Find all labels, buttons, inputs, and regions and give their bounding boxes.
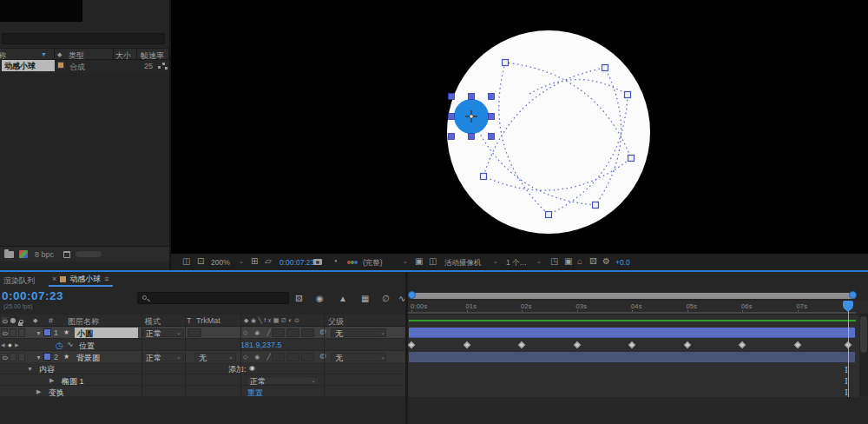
layer-name-edit-field[interactable]: 小圆 <box>75 328 138 338</box>
view-layout-select[interactable]: 1 个… <box>506 258 527 268</box>
preserve-transparency-box[interactable] <box>187 328 201 337</box>
property-row-position[interactable]: ◀ ◆ ▶ ◷ ∿ 位置 181.9,237.5 <box>0 339 405 351</box>
navigator-handle-left[interactable] <box>408 291 416 299</box>
audio-toggle[interactable] <box>10 353 16 361</box>
switch-cell[interactable] <box>286 328 299 337</box>
switch-cell[interactable] <box>301 328 314 337</box>
trkmat-chevron-icon[interactable]: ⌄ <box>228 354 233 361</box>
switch-cell[interactable] <box>272 328 285 337</box>
navigator-handle-right[interactable] <box>849 291 857 299</box>
camera-select[interactable]: 活动摄像机 <box>444 258 482 268</box>
project-item-row[interactable]: 动感小球 合成 25 <box>0 60 171 72</box>
mask-outline-icon[interactable]: ▱ <box>265 257 272 266</box>
layer-row-1[interactable]: ▼ 1 ★ 小圆 正常 ⌄ ◇ ◉ ╱ @ 无 ⌄ <box>0 327 405 339</box>
parent-chevron-icon[interactable]: ⌄ <box>380 329 385 336</box>
playhead-head[interactable] <box>843 301 853 308</box>
display-icon[interactable]: ⊡ <box>197 257 204 266</box>
layer-switches[interactable]: ◇ ◉ ╱ <box>243 329 273 336</box>
new-folder-icon[interactable] <box>4 251 14 258</box>
graph-icon[interactable]: ∿ <box>67 341 74 348</box>
column-trkmat[interactable]: TrkMat <box>196 316 220 325</box>
switch-cell[interactable] <box>301 353 314 361</box>
expand-triangle-icon[interactable]: ▼ <box>27 366 33 372</box>
keyframe-prev-icon[interactable]: ◀ <box>1 341 5 348</box>
vertical-scrollbar-thumb[interactable] <box>860 316 867 353</box>
selection-handle[interactable] <box>469 94 475 100</box>
fast-previews-icon[interactable]: ⚙ <box>602 257 610 266</box>
frame-blend-icon[interactable]: ▦ <box>361 294 369 303</box>
close-tab-icon[interactable]: × <box>52 275 56 283</box>
group-row-ellipse[interactable]: ▶ 椭圆 1 正常 ⌄ <box>0 374 405 386</box>
project-settings-icon[interactable] <box>19 250 28 258</box>
transform-label[interactable]: 变换 <box>49 388 64 399</box>
zoom-level-select[interactable]: 200% <box>211 258 230 267</box>
collapsed-triangle-icon[interactable]: ▶ <box>49 377 54 384</box>
region-of-interest-icon[interactable]: ▣ <box>415 257 423 266</box>
mode-chevron-icon[interactable]: ⌄ <box>176 354 181 361</box>
column-t[interactable]: T <box>187 316 192 325</box>
mode-chevron-icon[interactable]: ⌄ <box>176 329 181 336</box>
exposure-value[interactable]: +0.0 <box>615 258 630 267</box>
channel-select-icon[interactable] <box>347 261 351 264</box>
project-search-field[interactable] <box>2 33 165 44</box>
reset-link[interactable]: 重置 <box>247 388 263 399</box>
motion-path-keyframe-square[interactable] <box>625 92 631 98</box>
current-time-display[interactable]: 0:00:07:23 <box>2 289 63 302</box>
selection-handle[interactable] <box>489 134 495 140</box>
draft-3d-icon[interactable]: ◉ <box>316 294 324 303</box>
panel-menu-icon[interactable]: ≡ <box>104 275 108 283</box>
selection-handle[interactable] <box>449 114 455 120</box>
lock-toggle[interactable] <box>18 353 25 361</box>
switch-cell[interactable] <box>286 353 299 361</box>
show-snapshot-icon[interactable]: ◔ <box>332 257 338 266</box>
label-column-icon[interactable]: ◆ <box>57 51 62 57</box>
work-area-bar[interactable] <box>408 312 856 314</box>
layer-2-duration-bar[interactable] <box>409 352 855 362</box>
camera-chevron-icon[interactable]: ⌄ <box>493 258 498 265</box>
snapshot-icon[interactable] <box>313 259 322 265</box>
view-layout-chevron-icon[interactable]: ⌄ <box>536 258 542 265</box>
composition-region-icon[interactable]: ◳ <box>550 257 558 266</box>
expand-triangle-icon[interactable]: ▼ <box>36 354 42 361</box>
anchor-point-center[interactable] <box>470 115 473 118</box>
layer-color-swatch[interactable] <box>43 353 51 361</box>
motion-path-keyframe-square[interactable] <box>481 174 487 180</box>
motion-path-keyframe-square[interactable] <box>593 202 599 209</box>
composition-viewer[interactable] <box>171 0 868 254</box>
composition-mini-flowchart-icon[interactable]: ⚄ <box>295 294 303 303</box>
panel-split-icon[interactable]: ◫ <box>182 257 190 266</box>
selection-handle[interactable] <box>469 134 475 140</box>
blend-mode-chevron-icon[interactable]: ⌄ <box>311 377 316 384</box>
expand-triangle-icon[interactable]: ▼ <box>36 330 42 336</box>
layer-switches[interactable]: ◇ ◉ ╱ <box>243 354 273 361</box>
motion-path-keyframe-square[interactable] <box>546 212 552 218</box>
motion-path-keyframe-square[interactable] <box>503 60 509 66</box>
timeline-pane-divider[interactable] <box>405 272 408 424</box>
selection-handle[interactable] <box>489 114 495 120</box>
selection-handle[interactable] <box>449 94 455 100</box>
shy-layers-icon[interactable]: ▲ <box>339 294 347 303</box>
parent-chevron-icon[interactable]: ⌄ <box>380 354 385 361</box>
layer-1-duration-bar[interactable] <box>409 328 855 338</box>
position-value[interactable]: 181.9,237.5 <box>240 341 282 349</box>
preview-time-display[interactable]: 0:00:07:23 <box>279 258 314 267</box>
trash-icon[interactable] <box>63 251 70 258</box>
composition-canvas[interactable] <box>171 0 868 254</box>
stopwatch-icon[interactable]: ◷ <box>56 341 63 350</box>
resolution-select[interactable]: (完整) <box>363 258 383 268</box>
pixel-aspect-icon[interactable]: ⌂ <box>577 257 582 266</box>
timeline-search-field[interactable] <box>137 292 289 304</box>
mini-flowchart-icon[interactable]: ⚄ <box>589 257 597 266</box>
motion-path-keyframe-square[interactable] <box>602 65 608 71</box>
timeline-track-area[interactable]: 0:00s01s02s03s04s05s06s07s III <box>408 272 868 424</box>
group-row-transform[interactable]: ▶ 变换 重置 <box>0 386 405 397</box>
collapsed-triangle-icon[interactable]: ▶ <box>36 388 41 395</box>
keyframe-toggle-icon[interactable]: ◆ <box>8 341 12 348</box>
project-item-name[interactable]: 动感小球 <box>2 60 55 71</box>
layer-color-swatch[interactable] <box>43 328 51 336</box>
selection-handle[interactable] <box>489 94 495 100</box>
lock-toggle[interactable] <box>18 328 25 337</box>
motion-path-keyframe-square[interactable] <box>628 156 635 162</box>
visibility-toggle[interactable] <box>1 328 8 337</box>
selection-handle[interactable] <box>449 134 455 140</box>
